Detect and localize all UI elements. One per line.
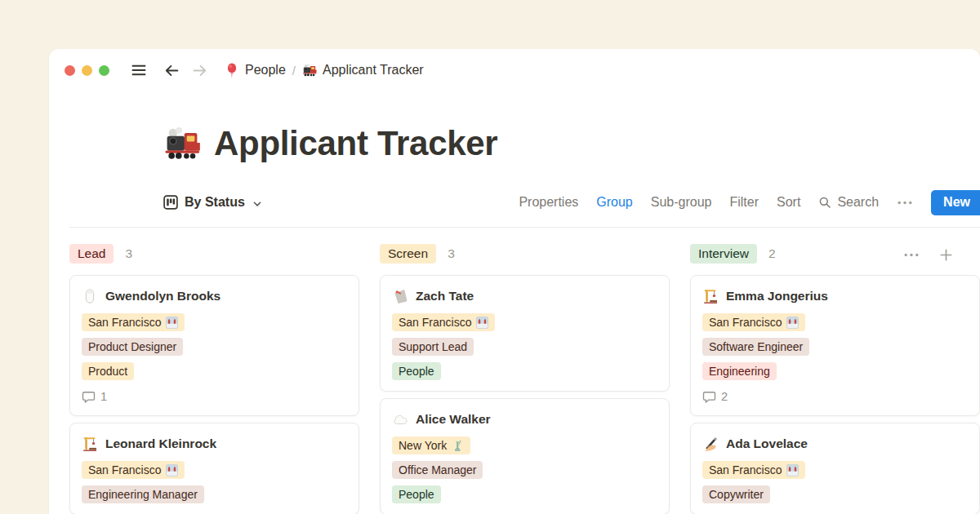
tag-new-york: New York: [392, 436, 470, 454]
tag-people: People: [392, 485, 441, 503]
column-more-icon[interactable]: [903, 252, 920, 258]
minimize-window-button[interactable]: [82, 65, 92, 76]
tag-san-francisco: San Francisco: [702, 313, 805, 331]
card-gwendolyn-brooks[interactable]: Gwendolyn BrooksSan FranciscoProduct Des…: [69, 275, 359, 416]
zoom-window-button[interactable]: [99, 65, 109, 76]
locomotive-icon: [302, 63, 317, 78]
page-header: Applicant Tracker: [49, 121, 980, 166]
fog-bridge-icon: [786, 464, 799, 476]
board-column-interview: Emma JongeriusSan FranciscoSoftware Engi…: [690, 275, 980, 514]
crane-icon: [702, 288, 719, 304]
card-ada-lovelace[interactable]: Ada LovelaceSan FranciscoCopywriter: [690, 423, 980, 514]
card-title: Leonard Kleinrock: [82, 433, 347, 454]
tag-row: Office Manager: [392, 461, 657, 479]
tag-row: Copywriter: [702, 485, 968, 503]
tag-row: Software Engineer: [702, 338, 968, 356]
breadcrumb: People/Applicant Tracker: [221, 61, 427, 79]
kanban-board: Gwendolyn BrooksSan FranciscoProduct Des…: [49, 275, 980, 514]
back-arrow-icon[interactable]: [163, 62, 180, 79]
card-leonard-kleinrock[interactable]: Leonard KleinrockSan FranciscoEngineerin…: [69, 423, 359, 514]
page-title[interactable]: Applicant Tracker: [214, 124, 497, 163]
tag-row: Support Lead: [392, 338, 657, 356]
column-count: 3: [448, 246, 455, 261]
tag-row: Engineering Manager: [82, 485, 347, 503]
tag-software-engineer: Software Engineer: [702, 338, 809, 356]
tag-row: People: [392, 362, 657, 380]
computer-mouse-icon: [82, 288, 98, 304]
forward-arrow-icon[interactable]: [191, 62, 208, 79]
card-title: Alice Walker: [392, 409, 657, 430]
sidebar-toggle-icon[interactable]: [130, 61, 148, 79]
new-button[interactable]: New: [931, 190, 980, 215]
tag-san-francisco: San Francisco: [392, 313, 495, 331]
toolbar-item-properties[interactable]: Properties: [519, 195, 578, 210]
card-alice-walker[interactable]: Alice WalkerNew YorkOffice ManagerPeople: [380, 398, 670, 514]
card-emma-jongerius[interactable]: Emma JongeriusSan FranciscoSoftware Engi…: [690, 275, 980, 416]
tag-row: San Francisco: [702, 313, 968, 331]
tag-row: San Francisco: [82, 313, 347, 331]
search-button[interactable]: Search: [818, 195, 879, 210]
tag-people: People: [392, 362, 441, 380]
card-name: Ada Lovelace: [726, 436, 808, 451]
window-topbar: People/Applicant Tracker: [49, 49, 980, 91]
view-name: By Status: [185, 195, 245, 210]
tag-row: San Francisco: [702, 461, 968, 479]
board-view-icon: [163, 195, 178, 210]
tag-support-lead: Support Lead: [392, 338, 474, 356]
fog-bridge-icon: [166, 317, 178, 329]
board-header: Lead3Screen3Interview2: [49, 244, 980, 267]
tag-row: Engineering: [702, 362, 968, 380]
chevron-down-icon: [252, 199, 262, 209]
comment-icon: [82, 390, 96, 404]
tag-san-francisco: San Francisco: [702, 461, 805, 479]
fog-bridge-icon: [786, 317, 799, 329]
card-name: Zach Tate: [416, 289, 474, 304]
fog-bridge-icon: [166, 464, 178, 476]
more-options-icon[interactable]: [897, 200, 913, 206]
card-title: Zach Tate: [392, 286, 657, 307]
toolbar-item-group[interactable]: Group: [596, 195, 632, 210]
climber-icon: [392, 288, 408, 304]
comment-icon: [702, 390, 716, 404]
tag-san-francisco: San Francisco: [82, 461, 185, 479]
card-name: Gwendolyn Brooks: [105, 289, 220, 304]
tag-office-manager: Office Manager: [392, 461, 483, 479]
card-name: Alice Walker: [416, 412, 491, 427]
card-name: Leonard Kleinrock: [105, 436, 216, 451]
comment-count: 1: [82, 388, 347, 405]
cloud-icon: [392, 411, 408, 428]
view-switcher[interactable]: By Status: [163, 195, 262, 210]
statue-liberty-icon: [452, 440, 464, 452]
board-column-screen: Zach TateSan FranciscoSupport LeadPeople…: [380, 275, 670, 514]
crane-icon: [82, 436, 98, 452]
tag-engineering: Engineering: [702, 362, 777, 380]
breadcrumb-label: People: [245, 63, 286, 78]
tag-row: Product Designer: [82, 338, 347, 356]
column-status-pill[interactable]: Interview: [690, 244, 757, 264]
card-title: Emma Jongerius: [702, 286, 968, 307]
column-count: 3: [125, 246, 132, 261]
card-title: Gwendolyn Brooks: [82, 286, 347, 307]
divider: [69, 227, 980, 228]
breadcrumb-item-applicant-tracker[interactable]: Applicant Tracker: [299, 61, 427, 79]
writing-hand-icon: [702, 436, 719, 452]
card-zach-tate[interactable]: Zach TateSan FranciscoSupport LeadPeople: [380, 275, 670, 392]
breadcrumb-item-people[interactable]: People: [221, 61, 289, 79]
comment-count: 2: [702, 388, 968, 405]
locomotive-icon[interactable]: [163, 125, 201, 162]
column-status-pill[interactable]: Screen: [380, 244, 436, 264]
tag-row: People: [392, 485, 657, 503]
toolbar-item-sort[interactable]: Sort: [777, 195, 800, 210]
view-toolbar: By Status PropertiesGroupSub-groupFilter…: [49, 188, 980, 217]
balloon-icon: [225, 63, 239, 78]
close-window-button[interactable]: [65, 65, 75, 76]
search-label: Search: [837, 195, 879, 210]
column-count: 2: [768, 246, 776, 261]
comment-number: 1: [100, 390, 107, 403]
window-controls: [65, 65, 109, 76]
toolbar-item-sub-group[interactable]: Sub-group: [651, 195, 712, 210]
column-status-pill[interactable]: Lead: [69, 244, 114, 264]
add-card-icon[interactable]: [939, 248, 953, 262]
toolbar-item-filter[interactable]: Filter: [729, 195, 759, 210]
app-window: People/Applicant Tracker Applicant Track…: [49, 49, 980, 514]
